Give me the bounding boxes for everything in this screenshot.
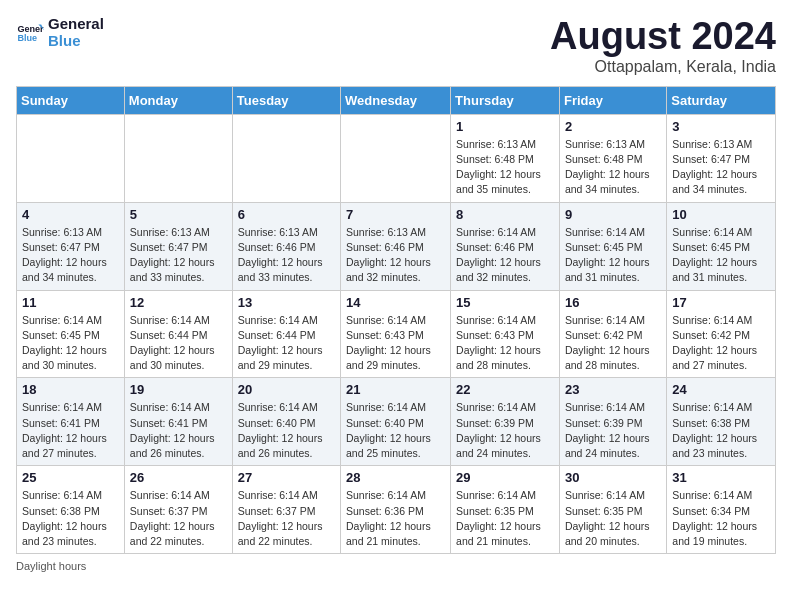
day-info: Sunrise: 6:14 AM Sunset: 6:35 PM Dayligh…	[456, 488, 554, 549]
day-number: 14	[346, 295, 445, 310]
header-day-tuesday: Tuesday	[232, 86, 340, 114]
day-number: 2	[565, 119, 661, 134]
day-info: Sunrise: 6:13 AM Sunset: 6:46 PM Dayligh…	[346, 225, 445, 286]
header-day-friday: Friday	[559, 86, 666, 114]
header-day-monday: Monday	[124, 86, 232, 114]
calendar-cell: 17Sunrise: 6:14 AM Sunset: 6:42 PM Dayli…	[667, 290, 776, 378]
day-number: 29	[456, 470, 554, 485]
day-number: 7	[346, 207, 445, 222]
calendar-cell: 1Sunrise: 6:13 AM Sunset: 6:48 PM Daylig…	[451, 114, 560, 202]
calendar-cell: 14Sunrise: 6:14 AM Sunset: 6:43 PM Dayli…	[341, 290, 451, 378]
calendar-cell	[17, 114, 125, 202]
day-number: 12	[130, 295, 227, 310]
day-number: 30	[565, 470, 661, 485]
day-number: 21	[346, 382, 445, 397]
day-info: Sunrise: 6:13 AM Sunset: 6:47 PM Dayligh…	[130, 225, 227, 286]
calendar-week-row: 4Sunrise: 6:13 AM Sunset: 6:47 PM Daylig…	[17, 202, 776, 290]
logo-line1: General	[48, 16, 104, 33]
footer-note: Daylight hours	[16, 560, 776, 572]
calendar-cell: 19Sunrise: 6:14 AM Sunset: 6:41 PM Dayli…	[124, 378, 232, 466]
day-info: Sunrise: 6:13 AM Sunset: 6:48 PM Dayligh…	[565, 137, 661, 198]
day-number: 13	[238, 295, 335, 310]
calendar-cell: 2Sunrise: 6:13 AM Sunset: 6:48 PM Daylig…	[559, 114, 666, 202]
day-info: Sunrise: 6:14 AM Sunset: 6:45 PM Dayligh…	[22, 313, 119, 374]
day-number: 16	[565, 295, 661, 310]
day-info: Sunrise: 6:13 AM Sunset: 6:46 PM Dayligh…	[238, 225, 335, 286]
calendar-cell: 10Sunrise: 6:14 AM Sunset: 6:45 PM Dayli…	[667, 202, 776, 290]
day-number: 6	[238, 207, 335, 222]
day-info: Sunrise: 6:14 AM Sunset: 6:45 PM Dayligh…	[672, 225, 770, 286]
svg-text:Blue: Blue	[17, 33, 37, 43]
calendar-cell	[124, 114, 232, 202]
calendar-week-row: 25Sunrise: 6:14 AM Sunset: 6:38 PM Dayli…	[17, 466, 776, 554]
day-info: Sunrise: 6:13 AM Sunset: 6:47 PM Dayligh…	[672, 137, 770, 198]
day-number: 25	[22, 470, 119, 485]
header-day-wednesday: Wednesday	[341, 86, 451, 114]
day-number: 4	[22, 207, 119, 222]
day-number: 17	[672, 295, 770, 310]
day-number: 11	[22, 295, 119, 310]
day-info: Sunrise: 6:14 AM Sunset: 6:46 PM Dayligh…	[456, 225, 554, 286]
day-number: 31	[672, 470, 770, 485]
day-info: Sunrise: 6:14 AM Sunset: 6:38 PM Dayligh…	[672, 400, 770, 461]
calendar-cell: 24Sunrise: 6:14 AM Sunset: 6:38 PM Dayli…	[667, 378, 776, 466]
calendar-cell: 31Sunrise: 6:14 AM Sunset: 6:34 PM Dayli…	[667, 466, 776, 554]
calendar-cell: 5Sunrise: 6:13 AM Sunset: 6:47 PM Daylig…	[124, 202, 232, 290]
logo: General Blue General Blue	[16, 16, 104, 49]
calendar-cell: 16Sunrise: 6:14 AM Sunset: 6:42 PM Dayli…	[559, 290, 666, 378]
calendar-cell	[341, 114, 451, 202]
day-number: 28	[346, 470, 445, 485]
calendar-cell: 25Sunrise: 6:14 AM Sunset: 6:38 PM Dayli…	[17, 466, 125, 554]
calendar-cell: 18Sunrise: 6:14 AM Sunset: 6:41 PM Dayli…	[17, 378, 125, 466]
calendar-header-row: SundayMondayTuesdayWednesdayThursdayFrid…	[17, 86, 776, 114]
day-info: Sunrise: 6:13 AM Sunset: 6:48 PM Dayligh…	[456, 137, 554, 198]
calendar-cell: 27Sunrise: 6:14 AM Sunset: 6:37 PM Dayli…	[232, 466, 340, 554]
calendar-subtitle: Ottappalam, Kerala, India	[550, 58, 776, 76]
day-info: Sunrise: 6:14 AM Sunset: 6:37 PM Dayligh…	[238, 488, 335, 549]
calendar-cell: 23Sunrise: 6:14 AM Sunset: 6:39 PM Dayli…	[559, 378, 666, 466]
day-number: 27	[238, 470, 335, 485]
day-info: Sunrise: 6:14 AM Sunset: 6:35 PM Dayligh…	[565, 488, 661, 549]
title-area: August 2024 Ottappalam, Kerala, India	[550, 16, 776, 76]
day-info: Sunrise: 6:14 AM Sunset: 6:42 PM Dayligh…	[672, 313, 770, 374]
day-number: 23	[565, 382, 661, 397]
calendar-cell: 21Sunrise: 6:14 AM Sunset: 6:40 PM Dayli…	[341, 378, 451, 466]
calendar-week-row: 1Sunrise: 6:13 AM Sunset: 6:48 PM Daylig…	[17, 114, 776, 202]
day-number: 3	[672, 119, 770, 134]
logo-line2: Blue	[48, 33, 104, 50]
day-number: 26	[130, 470, 227, 485]
calendar-cell: 12Sunrise: 6:14 AM Sunset: 6:44 PM Dayli…	[124, 290, 232, 378]
header-day-thursday: Thursday	[451, 86, 560, 114]
calendar-cell: 13Sunrise: 6:14 AM Sunset: 6:44 PM Dayli…	[232, 290, 340, 378]
day-number: 9	[565, 207, 661, 222]
day-info: Sunrise: 6:14 AM Sunset: 6:44 PM Dayligh…	[238, 313, 335, 374]
header-day-saturday: Saturday	[667, 86, 776, 114]
calendar-week-row: 18Sunrise: 6:14 AM Sunset: 6:41 PM Dayli…	[17, 378, 776, 466]
calendar-cell: 4Sunrise: 6:13 AM Sunset: 6:47 PM Daylig…	[17, 202, 125, 290]
calendar-cell: 15Sunrise: 6:14 AM Sunset: 6:43 PM Dayli…	[451, 290, 560, 378]
day-info: Sunrise: 6:14 AM Sunset: 6:38 PM Dayligh…	[22, 488, 119, 549]
day-info: Sunrise: 6:14 AM Sunset: 6:39 PM Dayligh…	[456, 400, 554, 461]
day-number: 19	[130, 382, 227, 397]
day-number: 10	[672, 207, 770, 222]
day-info: Sunrise: 6:14 AM Sunset: 6:43 PM Dayligh…	[346, 313, 445, 374]
day-number: 22	[456, 382, 554, 397]
calendar-cell: 26Sunrise: 6:14 AM Sunset: 6:37 PM Dayli…	[124, 466, 232, 554]
day-info: Sunrise: 6:14 AM Sunset: 6:39 PM Dayligh…	[565, 400, 661, 461]
calendar-week-row: 11Sunrise: 6:14 AM Sunset: 6:45 PM Dayli…	[17, 290, 776, 378]
page-header: General Blue General Blue August 2024 Ot…	[16, 16, 776, 76]
day-info: Sunrise: 6:13 AM Sunset: 6:47 PM Dayligh…	[22, 225, 119, 286]
day-info: Sunrise: 6:14 AM Sunset: 6:41 PM Dayligh…	[22, 400, 119, 461]
calendar-cell: 7Sunrise: 6:13 AM Sunset: 6:46 PM Daylig…	[341, 202, 451, 290]
day-info: Sunrise: 6:14 AM Sunset: 6:43 PM Dayligh…	[456, 313, 554, 374]
calendar-cell: 29Sunrise: 6:14 AM Sunset: 6:35 PM Dayli…	[451, 466, 560, 554]
calendar-cell: 11Sunrise: 6:14 AM Sunset: 6:45 PM Dayli…	[17, 290, 125, 378]
day-info: Sunrise: 6:14 AM Sunset: 6:34 PM Dayligh…	[672, 488, 770, 549]
calendar-cell: 6Sunrise: 6:13 AM Sunset: 6:46 PM Daylig…	[232, 202, 340, 290]
day-info: Sunrise: 6:14 AM Sunset: 6:40 PM Dayligh…	[346, 400, 445, 461]
day-info: Sunrise: 6:14 AM Sunset: 6:37 PM Dayligh…	[130, 488, 227, 549]
calendar-cell: 30Sunrise: 6:14 AM Sunset: 6:35 PM Dayli…	[559, 466, 666, 554]
calendar-cell: 22Sunrise: 6:14 AM Sunset: 6:39 PM Dayli…	[451, 378, 560, 466]
calendar-cell	[232, 114, 340, 202]
day-info: Sunrise: 6:14 AM Sunset: 6:36 PM Dayligh…	[346, 488, 445, 549]
